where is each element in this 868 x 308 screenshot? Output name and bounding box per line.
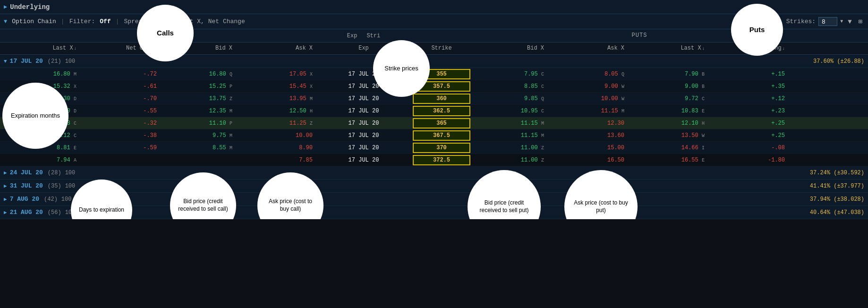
cell-call-bid: 12.35 M [161, 107, 236, 115]
cell-put-ask: 10.00 W [548, 94, 628, 103]
col-last-x-puts: Last X↓ [628, 43, 708, 54]
cell-strike: 370 [411, 142, 472, 154]
strikes-section: Strikes: ▼ ▼ ⊞ [786, 17, 864, 26]
bubble-puts: Puts [731, 4, 783, 56]
cell-call-bid: 8.55 M [161, 144, 236, 152]
cell-extra [789, 110, 868, 112]
underlying-title: Underlying [10, 3, 50, 11]
cell-call-net [80, 159, 161, 161]
cell-call-net: -.32 [80, 119, 161, 128]
strikes-input[interactable] [818, 17, 837, 26]
cell-put-ask: 8.05 Q [548, 70, 628, 78]
col-bid-x-puts: Bid X [472, 43, 548, 54]
table-row: 8.81 E -.59 8.55 M 8.90 17 JUL 20 370 11… [0, 142, 868, 154]
expiry-toggle-21aug20[interactable]: ▶ [4, 209, 7, 215]
expiry-row-17jul20[interactable]: ▼ 17 JUL 20 (21) 100 37.60% (±26.88) [0, 55, 868, 68]
expiry-pct-17jul20: 37.60% (±26.88) [813, 58, 864, 65]
expiry-strikes-17jul20: 100 [65, 58, 76, 65]
col-extra [789, 43, 868, 54]
expiry-toggle-31jul20[interactable]: ▶ [4, 183, 7, 189]
cell-extra [789, 159, 868, 161]
cell-put-net: +.23 [708, 107, 789, 115]
cell-extra [789, 73, 868, 75]
cell-extra [789, 122, 868, 124]
expiry-days-31jul20: (35) [48, 183, 61, 189]
cell-put-net: +.25 [708, 131, 789, 140]
cell-call-bid [161, 159, 236, 161]
cell-strike: 365 [411, 118, 472, 129]
expiry-date-21aug20: 21 AUG 20 [10, 209, 43, 216]
cell-call-ask: 17.05 X [236, 70, 316, 78]
cell-put-ask: 15.00 [548, 144, 628, 152]
expiry-strikes-31jul20: 100 [65, 183, 76, 189]
expiry-row-24jul20[interactable]: ▶ 24 JUL 20 (28) 100 37.24% (±30.592) [0, 166, 868, 180]
cell-call-bid: 15.25 P [161, 82, 236, 91]
expiry-pct-24jul20: 37.24% (±30.592) [810, 170, 864, 176]
cell-strike: 372.5 [411, 154, 472, 166]
expiry-toggle-7aug20[interactable]: ▶ [4, 196, 7, 202]
cell-call-net: -.59 [80, 144, 161, 152]
filter-label: Filter: [69, 18, 95, 25]
expiry-row-31jul20[interactable]: ▶ 31 JUL 20 (35) 100 41.41% (±37.977) [0, 180, 868, 193]
expand-icon[interactable]: ⊞ [857, 17, 864, 26]
expiry-toggle-17jul20[interactable]: ▼ [4, 59, 7, 64]
cell-exp: 17 JUL 20 [316, 107, 411, 115]
cell-extra [789, 98, 868, 100]
cell-call-ask: 11.25 Z [236, 119, 316, 128]
cell-put-net: +.25 [708, 119, 789, 128]
expiry-days-17jul20: (21) [48, 58, 61, 65]
cell-exp: 17 JUL 20 [316, 131, 411, 140]
cell-strike: 360 [411, 93, 472, 104]
table-row: 13.10 D -.55 12.35 M 12.50 H 17 JUL 20 3… [0, 105, 868, 117]
strikes-label: Strikes: [786, 18, 816, 25]
cell-strike: 367.5 [411, 130, 472, 141]
cell-put-last: 10.83 E [628, 107, 708, 115]
expiry-days-21aug20: (56) [48, 209, 61, 216]
cell-put-ask: 9.00 W [548, 82, 628, 91]
expiry-date-7aug20: 7 AUG 20 [10, 196, 39, 203]
cell-put-bid: 7.95 C [472, 70, 548, 78]
exp-label: Exp [347, 33, 357, 39]
cell-put-bid: 10.95 C [472, 107, 548, 115]
expiry-strikes-24jul20: 100 [65, 170, 76, 176]
filter-icon[interactable]: ▼ [846, 17, 853, 26]
cell-exp: 17 JUL 20 [316, 144, 411, 152]
cell-call-ask: 7.85 [236, 156, 316, 164]
col-ask-x-calls: Ask X [236, 43, 316, 54]
expiry-pct-31jul20: 41.41% (±37.977) [810, 183, 864, 189]
bubble-expiration-months: Expiration months [2, 83, 68, 149]
cell-put-last: 14.66 I [628, 144, 708, 152]
filter-value[interactable]: Off [100, 18, 111, 25]
bubble-calls: Calls [137, 5, 194, 61]
option-chain-collapse-icon[interactable]: ▼ [4, 18, 7, 25]
option-chain-label: Option Chain [12, 18, 56, 25]
cell-put-last: 9.00 B [628, 82, 708, 91]
cell-put-net: -.08 [708, 144, 789, 152]
cell-put-ask: 11.15 M [548, 107, 628, 115]
cell-call-last: 16.80 M [0, 70, 80, 78]
cell-call-ask: 15.45 X [236, 82, 316, 91]
underlying-expand-icon[interactable]: ▶ [4, 3, 7, 10]
table-row: 10.12 C -.38 9.75 M 10.00 17 JUL 20 367.… [0, 129, 868, 142]
table-row: 7.94 A 7.85 17 JUL 20 372.5 11.00 Z 16.5… [0, 154, 868, 166]
col-ask-x-puts: Ask X [548, 43, 628, 54]
option-chain-table: CALLS Exp Stri PUTS Last X↓ Net Chng↓ Bi… [0, 29, 868, 219]
strikes-dropdown-icon[interactable]: ▼ [840, 19, 843, 24]
cell-call-ask: 8.90 [236, 144, 316, 152]
cell-extra [789, 86, 868, 87]
cell-call-net: -.38 [80, 131, 161, 140]
cell-put-ask: 12.30 [548, 119, 628, 128]
cell-put-net: -1.80 [708, 156, 789, 164]
cell-call-bid: 16.80 Q [161, 70, 236, 78]
expiry-days-7aug20: (42) [44, 196, 58, 203]
cell-call-ask: 10.00 [236, 131, 316, 140]
cell-exp: 17 JUL 20 [316, 156, 411, 164]
cell-put-bid: 11.00 Z [472, 156, 548, 164]
cell-call-ask: 13.95 M [236, 94, 316, 103]
cell-put-last: 16.55 E [628, 156, 708, 164]
cell-put-net: +.12 [708, 94, 789, 103]
table-row: 14.30 D -.70 13.75 Z 13.95 M 17 JUL 20 3… [0, 93, 868, 105]
cell-call-bid: 13.75 Z [161, 94, 236, 103]
expiry-toggle-24jul20[interactable]: ▶ [4, 170, 7, 176]
col-last-x-calls: Last X↓ [0, 43, 80, 54]
